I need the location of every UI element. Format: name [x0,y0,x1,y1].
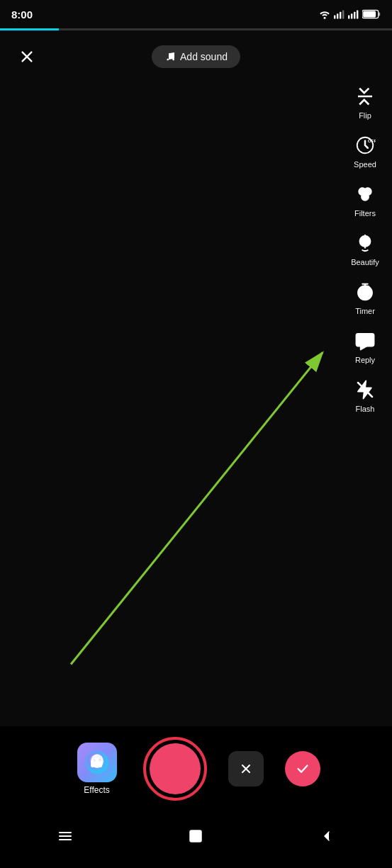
beautify-icon [352,230,378,256]
svg-point-0 [324,17,326,19]
flip-button[interactable]: Flip [345,78,385,125]
svg-rect-31 [59,835,72,837]
status-bar: 8:00 [0,0,392,28]
svg-text:OFF: OFF [368,138,376,143]
filters-icon [352,181,378,207]
wifi-icon [318,9,331,19]
timer-label: Timer [355,307,375,315]
music-icon [164,51,176,62]
discard-button[interactable] [228,751,264,787]
svg-rect-2 [337,13,338,18]
status-icons [318,9,381,19]
nav-home-button[interactable] [181,822,210,850]
effects-button[interactable]: Effects [72,743,122,795]
camera-area: Add sound Flip OFF Spee [0,0,392,783]
speed-button[interactable]: OFF Speed [345,127,385,174]
reply-icon [352,328,378,354]
progress-bar [0,28,392,30]
confirm-icon [295,761,310,777]
flip-icon [352,84,378,109]
svg-rect-10 [379,13,380,16]
progress-fill [0,28,59,30]
right-toolbar: Flip OFF Speed Filters [345,78,385,419]
nav-menu-button[interactable] [51,822,79,850]
timer-button[interactable]: 3 Timer [345,274,385,321]
effects-label: Effects [84,785,109,795]
timer-icon: 3 [352,279,378,305]
top-bar: Add sound [0,35,392,78]
filters-button[interactable]: Filters [345,176,385,223]
add-sound-label: Add sound [180,51,228,62]
close-icon [19,49,35,64]
menu-icon [57,828,74,845]
svg-rect-11 [363,11,376,18]
beautify-button[interactable]: Beautify [345,225,385,272]
signal-icon [334,9,345,19]
svg-line-25 [71,353,323,665]
record-button-inner [150,743,201,794]
svg-rect-5 [348,16,349,19]
arrow-overlay [0,0,392,783]
discard-icon [239,762,253,776]
reply-label: Reply [355,356,375,364]
svg-rect-6 [351,13,352,18]
beautify-label: Beautify [351,258,379,266]
svg-rect-7 [354,12,355,19]
flash-button[interactable]: Flash [345,371,385,419]
effects-icon [77,743,117,782]
nav-back-button[interactable] [313,822,341,850]
home-icon [187,828,204,845]
record-button[interactable] [143,737,207,801]
filters-label: Filters [354,209,376,218]
flash-icon [352,377,378,402]
svg-text:3: 3 [367,284,370,289]
back-icon [318,828,335,845]
svg-rect-3 [340,12,341,19]
svg-point-16 [362,193,369,201]
flash-label: Flash [356,405,375,413]
effects-image-icon [84,750,110,775]
flip-label: Flip [359,111,371,120]
svg-rect-1 [334,16,335,19]
svg-rect-8 [357,10,358,18]
speed-icon: OFF [352,133,378,158]
svg-rect-32 [59,839,72,840]
svg-rect-30 [59,832,72,833]
reply-button[interactable]: Reply [345,322,385,370]
close-button[interactable] [14,44,40,69]
bottom-controls: Effects [0,726,392,811]
status-time: 8:00 [11,9,33,21]
svg-rect-4 [342,10,344,18]
battery-icon [362,9,381,19]
nav-bar [0,811,392,868]
signal2-icon [348,9,359,19]
svg-point-18 [362,239,368,244]
confirm-button[interactable] [285,751,320,787]
svg-rect-33 [190,830,201,842]
add-sound-button[interactable]: Add sound [152,45,240,68]
speed-label: Speed [354,160,376,169]
